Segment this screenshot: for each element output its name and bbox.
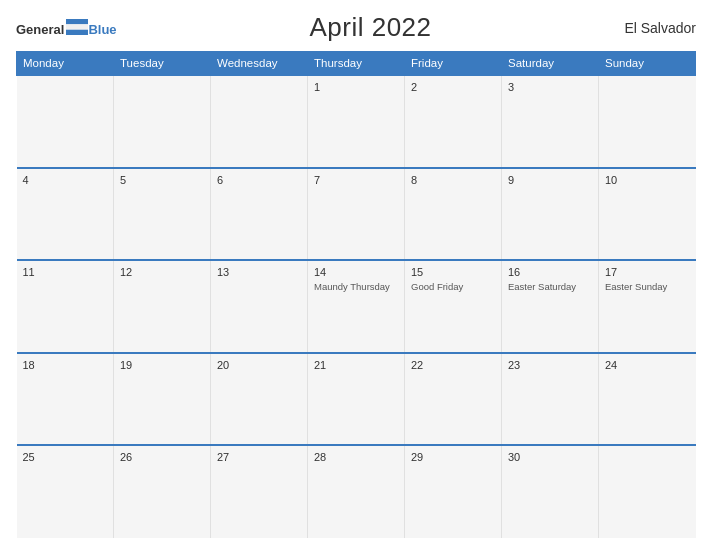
day-number: 16: [508, 266, 592, 278]
calendar-cell: 11: [17, 260, 114, 353]
calendar-week-row: 45678910: [17, 168, 696, 261]
calendar-cell: 22: [405, 353, 502, 446]
day-number: 17: [605, 266, 690, 278]
col-tuesday: Tuesday: [114, 52, 211, 76]
day-number: 10: [605, 174, 690, 186]
day-number: 9: [508, 174, 592, 186]
calendar-cell: 29: [405, 445, 502, 538]
calendar-cell: [211, 75, 308, 168]
col-saturday: Saturday: [502, 52, 599, 76]
calendar-header-row: Monday Tuesday Wednesday Thursday Friday…: [17, 52, 696, 76]
svg-rect-1: [66, 24, 88, 29]
col-friday: Friday: [405, 52, 502, 76]
calendar-week-row: 123: [17, 75, 696, 168]
day-number: 18: [23, 359, 108, 371]
calendar-table: Monday Tuesday Wednesday Thursday Friday…: [16, 51, 696, 538]
day-number: 4: [23, 174, 108, 186]
day-number: 6: [217, 174, 301, 186]
day-number: 8: [411, 174, 495, 186]
calendar-cell: 27: [211, 445, 308, 538]
calendar-cell: 16Easter Saturday: [502, 260, 599, 353]
calendar-cell: 25: [17, 445, 114, 538]
calendar-cell: 23: [502, 353, 599, 446]
calendar-cell: 18: [17, 353, 114, 446]
calendar-cell: 6: [211, 168, 308, 261]
holiday-label: Easter Saturday: [508, 281, 592, 293]
calendar-cell: 24: [599, 353, 696, 446]
calendar-cell: 4: [17, 168, 114, 261]
day-number: 20: [217, 359, 301, 371]
col-monday: Monday: [17, 52, 114, 76]
calendar-week-row: 252627282930: [17, 445, 696, 538]
holiday-label: Good Friday: [411, 281, 495, 293]
day-number: 7: [314, 174, 398, 186]
svg-rect-2: [66, 29, 88, 34]
calendar-cell: 14Maundy Thursday: [308, 260, 405, 353]
calendar-week-row: 11121314Maundy Thursday15Good Friday16Ea…: [17, 260, 696, 353]
day-number: 11: [23, 266, 108, 278]
calendar-cell: [599, 445, 696, 538]
day-number: 5: [120, 174, 204, 186]
calendar-title: April 2022: [309, 12, 431, 43]
calendar-cell: 28: [308, 445, 405, 538]
calendar-cell: 21: [308, 353, 405, 446]
day-number: 14: [314, 266, 398, 278]
calendar-cell: 7: [308, 168, 405, 261]
day-number: 23: [508, 359, 592, 371]
logo: General Blue: [16, 20, 117, 36]
holiday-label: Easter Sunday: [605, 281, 690, 293]
calendar-cell: [599, 75, 696, 168]
day-number: 28: [314, 451, 398, 463]
svg-rect-0: [66, 19, 88, 24]
country-label: El Salvador: [624, 20, 696, 36]
calendar-cell: 5: [114, 168, 211, 261]
calendar-cell: 9: [502, 168, 599, 261]
col-sunday: Sunday: [599, 52, 696, 76]
calendar-cell: 2: [405, 75, 502, 168]
logo-flag-icon: [66, 19, 88, 35]
calendar-cell: 13: [211, 260, 308, 353]
calendar-cell: 1: [308, 75, 405, 168]
logo-blue-text: Blue: [88, 23, 116, 36]
day-number: 19: [120, 359, 204, 371]
calendar-week-row: 18192021222324: [17, 353, 696, 446]
day-number: 21: [314, 359, 398, 371]
calendar-cell: 20: [211, 353, 308, 446]
day-number: 30: [508, 451, 592, 463]
calendar-cell: 3: [502, 75, 599, 168]
day-number: 22: [411, 359, 495, 371]
day-number: 3: [508, 81, 592, 93]
calendar-cell: 8: [405, 168, 502, 261]
logo-general-text: General: [16, 23, 64, 36]
day-number: 12: [120, 266, 204, 278]
calendar-cell: 26: [114, 445, 211, 538]
header: General Blue April 2022 El Salvador: [16, 12, 696, 43]
holiday-label: Maundy Thursday: [314, 281, 398, 293]
calendar-cell: 10: [599, 168, 696, 261]
col-thursday: Thursday: [308, 52, 405, 76]
day-number: 27: [217, 451, 301, 463]
day-number: 2: [411, 81, 495, 93]
calendar-cell: 15Good Friday: [405, 260, 502, 353]
calendar-cell: 30: [502, 445, 599, 538]
calendar-cell: 12: [114, 260, 211, 353]
day-number: 29: [411, 451, 495, 463]
calendar-cell: 17Easter Sunday: [599, 260, 696, 353]
day-number: 26: [120, 451, 204, 463]
day-number: 1: [314, 81, 398, 93]
day-number: 25: [23, 451, 108, 463]
day-number: 13: [217, 266, 301, 278]
calendar-page: General Blue April 2022 El Salvador Mond…: [0, 0, 712, 550]
calendar-cell: 19: [114, 353, 211, 446]
calendar-cell: [17, 75, 114, 168]
day-number: 15: [411, 266, 495, 278]
day-number: 24: [605, 359, 690, 371]
calendar-cell: [114, 75, 211, 168]
col-wednesday: Wednesday: [211, 52, 308, 76]
